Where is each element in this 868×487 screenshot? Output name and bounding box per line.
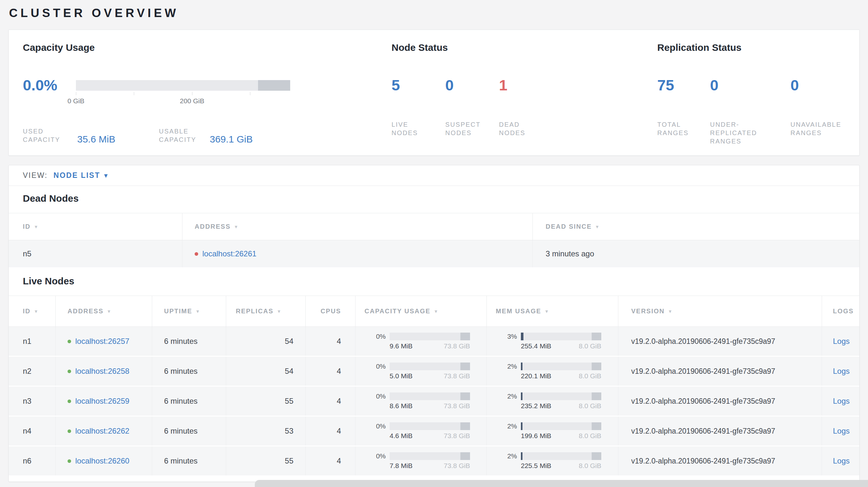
cluster-summary-card: Capacity Usage 0.0% 0 GiB 200 GiB: [8, 30, 860, 156]
node-cpus-cell: 4: [306, 417, 355, 446]
col-header-mem-usage[interactable]: MEM USAGE ▼: [487, 296, 618, 326]
mini-bar-reserved: [592, 452, 601, 460]
capacity-values-row: 9.6 MiB 73.8 GiB: [390, 342, 470, 350]
mini-bar-fill: [521, 362, 523, 370]
usable-capacity-value: 369.1 GiB: [210, 134, 253, 145]
used-capacity-label: USED CAPACITY: [23, 127, 77, 144]
col-header-dead-id[interactable]: ID ▼: [9, 213, 182, 240]
node-address-link[interactable]: localhost:26259: [75, 397, 129, 405]
dead-nodes-count: 1: [499, 76, 553, 94]
mem-total-text: 8.0 GiB: [579, 372, 601, 380]
mem-percent-text: 2%: [496, 452, 517, 460]
axis-label-zero: 0 GiB: [68, 97, 85, 105]
capacity-total-text: 73.8 GiB: [444, 342, 470, 350]
node-id-cell: n2: [9, 357, 56, 386]
col-header-version[interactable]: VERSION ▼: [618, 296, 822, 326]
capacity-mini-bar: [390, 392, 470, 400]
unavailable-ranges-stat: 0 UNAVAILABLE RANGES: [790, 76, 851, 145]
view-label: VIEW:: [23, 171, 48, 180]
live-node-row-n4: n4 localhost:26262 6 minutes 53 4 0% 4.6…: [9, 417, 859, 447]
col-header-id[interactable]: ID ▼: [9, 296, 56, 326]
node-address-cell: localhost:26260: [56, 447, 152, 476]
live-nodes-heading: Live Nodes: [23, 275, 859, 287]
capacity-bar-axis: 0 GiB 200 GiB: [76, 91, 290, 109]
node-logs-cell: Logs: [822, 447, 864, 476]
sort-desc-icon: ▼: [196, 309, 201, 314]
capacity-usage-row: 0%: [365, 333, 470, 340]
capacity-values-row: 7.8 MiB 73.8 GiB: [390, 462, 470, 469]
sort-desc-icon: ▼: [34, 309, 39, 314]
live-status-dot-icon: [68, 459, 71, 463]
nodes-main-card: VIEW: NODE LIST ▾ Dead Nodes ID ▼ ADDRES…: [8, 165, 860, 482]
node-replicas-cell: 55: [226, 447, 306, 476]
node-memory-cell: 2% 225.5 MiB 8.0 GiB: [487, 447, 618, 476]
sort-desc-icon: ▼: [34, 224, 39, 229]
mem-usage-row: 2%: [496, 452, 601, 460]
node-version-cell: v19.2.0-alpha.20190606-2491-gfe735c9a97: [618, 327, 822, 356]
node-uptime-cell: 6 minutes: [152, 357, 226, 386]
under-replicated-ranges-stat: 0 UNDER- REPLICATED RANGES: [710, 76, 790, 145]
col-header-label: ADDRESS: [195, 223, 231, 230]
mini-bar-reserved: [460, 333, 470, 340]
logs-link[interactable]: Logs: [833, 337, 850, 346]
mem-usage-row: 2%: [496, 422, 601, 430]
live-nodes-label: LIVE NODES: [392, 120, 445, 137]
dead-node-address-link[interactable]: localhost:26261: [203, 249, 256, 258]
node-cpus-cell: 4: [306, 357, 355, 386]
node-address-link[interactable]: localhost:26262: [75, 426, 129, 435]
node-memory-cell: 2% 199.6 MiB 8.0 GiB: [487, 417, 618, 446]
capacity-values-row: 4.6 MiB 73.8 GiB: [390, 432, 470, 440]
capacity-used-text: 7.8 MiB: [390, 462, 412, 469]
capacity-mini-bar: [390, 362, 470, 370]
mem-mini-bar: [521, 452, 601, 460]
col-header-replicas[interactable]: REPLICAS ▼: [226, 296, 306, 326]
mini-bar-fill: [521, 452, 523, 460]
live-node-row-n2: n2 localhost:26258 6 minutes 54 4 0% 5.0…: [9, 357, 859, 387]
mem-percent-text: 3%: [496, 333, 517, 340]
col-header-dead-since[interactable]: DEAD SINCE ▼: [533, 213, 864, 240]
node-address-cell: localhost:26257: [56, 327, 152, 356]
node-cpus-cell: 4: [306, 447, 355, 476]
live-status-dot-icon: [68, 369, 71, 373]
col-header-label: CPUS: [320, 307, 341, 315]
capacity-percent-text: 0%: [365, 362, 386, 370]
node-id-cell: n3: [9, 387, 56, 416]
live-node-row-n3: n3 localhost:26259 6 minutes 55 4 0% 8.6…: [9, 387, 859, 417]
logs-link[interactable]: Logs: [833, 456, 850, 465]
capacity-total-text: 73.8 GiB: [444, 432, 470, 440]
node-address-link[interactable]: localhost:26257: [75, 337, 129, 346]
usable-capacity-stat: USABLE CAPACITY 369.1 GiB: [159, 127, 253, 144]
page-title: CLUSTER OVERVIEW: [9, 6, 860, 20]
node-address-link[interactable]: localhost:26258: [75, 367, 129, 376]
node-uptime-cell: 6 minutes: [152, 387, 226, 416]
node-memory-cell: 2% 235.2 MiB 8.0 GiB: [487, 387, 618, 416]
capacity-usage-panel: Capacity Usage 0.0% 0 GiB 200 GiB: [9, 30, 382, 155]
logs-link[interactable]: Logs: [833, 367, 850, 376]
col-header-cpus[interactable]: CPUS: [306, 296, 355, 326]
capacity-mini-bar: [390, 422, 470, 430]
axis-tick: [76, 92, 76, 95]
view-selector-dropdown[interactable]: NODE LIST ▾: [53, 171, 107, 180]
mem-values-row: 220.1 MiB 8.0 GiB: [521, 372, 601, 380]
dead-nodes-stat: 1 DEAD NODES: [499, 76, 553, 137]
col-header-capacity-usage[interactable]: CAPACITY USAGE ▼: [355, 296, 487, 326]
logs-link[interactable]: Logs: [833, 397, 850, 405]
mem-mini-bar: [521, 362, 601, 370]
mem-used-text: 255.4 MiB: [521, 342, 551, 350]
sort-desc-icon: ▼: [277, 309, 282, 314]
col-header-address[interactable]: ADDRESS ▼: [56, 296, 152, 326]
total-ranges-label: TOTAL RANGES: [657, 120, 710, 137]
mem-mini-bar: [521, 392, 601, 400]
mem-total-text: 8.0 GiB: [579, 432, 601, 440]
logs-link[interactable]: Logs: [833, 426, 850, 435]
mini-bar-reserved: [592, 392, 601, 400]
node-address-cell: localhost:26259: [56, 387, 152, 416]
col-header-dead-address[interactable]: ADDRESS ▼: [182, 213, 533, 240]
dead-nodes-heading: Dead Nodes: [23, 192, 859, 204]
mem-percent-text: 2%: [496, 362, 517, 370]
col-header-uptime[interactable]: UPTIME ▼: [152, 296, 226, 326]
mem-percent-text: 2%: [496, 422, 517, 430]
mem-usage-row: 2%: [496, 392, 601, 400]
node-address-link[interactable]: localhost:26260: [75, 456, 129, 465]
node-cpus-cell: 4: [306, 387, 355, 416]
